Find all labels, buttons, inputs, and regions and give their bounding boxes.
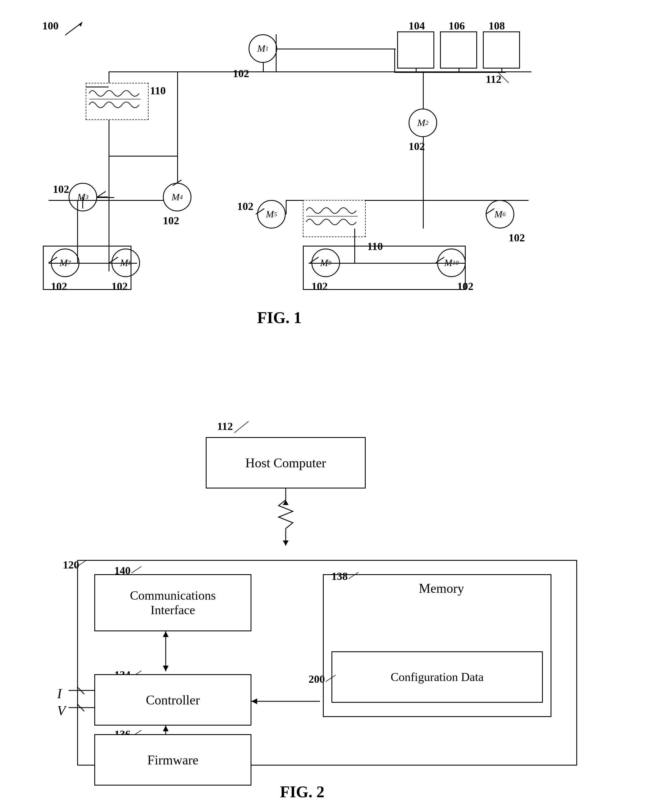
ref-102-m4: 102 <box>163 214 179 227</box>
firmware-box: Firmware <box>94 734 252 786</box>
coil-box-2 <box>303 200 366 237</box>
ref-102-m6: 102 <box>509 232 525 244</box>
coil-box-1 <box>86 83 149 120</box>
ref-200-arrow <box>326 674 337 682</box>
svg-line-5 <box>173 180 181 186</box>
m5-line-v <box>286 200 287 214</box>
line-m1-enc <box>394 49 395 72</box>
ref-200: 200 <box>309 673 325 685</box>
controller-box: Controller <box>94 674 252 725</box>
svg-line-13 <box>234 421 249 433</box>
ref-106: 106 <box>449 19 465 32</box>
m3-box-h <box>49 200 109 201</box>
svg-marker-16 <box>283 500 289 505</box>
memory-label: Memory <box>419 581 464 596</box>
zigzag-connector <box>274 488 297 560</box>
controller-label: Controller <box>146 692 200 708</box>
m5-tick <box>254 207 266 216</box>
svg-marker-1 <box>79 22 82 27</box>
coil-svg-2 <box>303 201 361 232</box>
enc-h-line <box>394 72 506 73</box>
V-line <box>69 703 97 712</box>
fig2-label: FIG. 2 <box>280 783 324 801</box>
motor-m1: M1 <box>249 34 277 63</box>
m2-down-v <box>423 137 424 201</box>
ref-110-1: 110 <box>150 84 166 97</box>
ref-120-arrow <box>76 559 87 568</box>
line-m1-h <box>276 49 396 49</box>
motor-m4: M4 <box>163 183 192 211</box>
ref-102-m3: 102 <box>53 183 69 195</box>
comm-interface-box: CommunicationsInterface <box>94 574 252 631</box>
encoder-box-3 <box>483 32 520 69</box>
ref-138-arrow <box>349 571 360 579</box>
svg-line-10 <box>486 208 494 214</box>
I-line <box>69 686 97 695</box>
config-data-label: Configuration Data <box>391 670 484 684</box>
svg-line-32 <box>349 572 359 579</box>
svg-marker-35 <box>252 698 257 704</box>
ref-112-fig2-arrow <box>234 420 252 434</box>
line-v-enc2 <box>276 34 277 72</box>
m9m10-box <box>303 246 466 290</box>
page: 100 M1 102 104 106 108 112 <box>0 0 672 809</box>
coil-svg-1 <box>86 84 143 115</box>
ref-104: 104 <box>408 19 425 32</box>
comm-ctrl-arrow <box>154 631 177 671</box>
config-data-box: Configuration Data <box>331 651 543 703</box>
svg-marker-29 <box>163 725 168 731</box>
firmware-label: Firmware <box>148 752 198 767</box>
coil-left-line <box>86 87 109 87</box>
svg-marker-17 <box>283 540 289 545</box>
comm-interface-label: CommunicationsInterface <box>130 588 216 617</box>
motor-m2: M2 <box>408 109 437 137</box>
svg-line-2 <box>497 71 509 83</box>
ref-112-arrow <box>483 69 517 86</box>
m7m8-box <box>43 246 131 290</box>
ref-100: 100 <box>42 19 59 32</box>
svg-line-18 <box>76 561 86 567</box>
label-I: I <box>57 686 62 701</box>
label-V: V <box>57 703 66 718</box>
svg-line-4 <box>97 191 106 197</box>
ctrl-mem-arrow <box>252 694 326 708</box>
ref-100-arrow <box>65 19 88 37</box>
svg-marker-22 <box>163 666 168 671</box>
host-computer-label: Host Computer <box>245 455 326 470</box>
m4-trunk <box>177 71 178 156</box>
m3-tick <box>96 190 107 198</box>
m4-tick <box>171 178 183 187</box>
ref-138: 138 <box>331 570 348 582</box>
ref-108: 108 <box>489 19 505 32</box>
host-computer-box: Host Computer <box>206 437 366 488</box>
svg-line-9 <box>256 208 264 214</box>
ref-140-arrow <box>131 565 143 574</box>
ref-112-fig2: 112 <box>217 420 233 433</box>
m6-tick <box>484 207 496 216</box>
m3-v-line <box>82 197 83 208</box>
encoder-box-1 <box>397 32 434 69</box>
svg-marker-21 <box>163 631 168 637</box>
ref-102-m1: 102 <box>233 67 249 80</box>
fig1-label: FIG. 1 <box>257 309 302 327</box>
svg-line-19 <box>131 566 141 573</box>
encoder-box-2 <box>440 32 477 69</box>
m4-line-h <box>109 156 177 156</box>
ref-102-m2: 102 <box>408 140 425 153</box>
ref-102-m5: 102 <box>237 200 254 213</box>
svg-line-33 <box>326 675 336 681</box>
